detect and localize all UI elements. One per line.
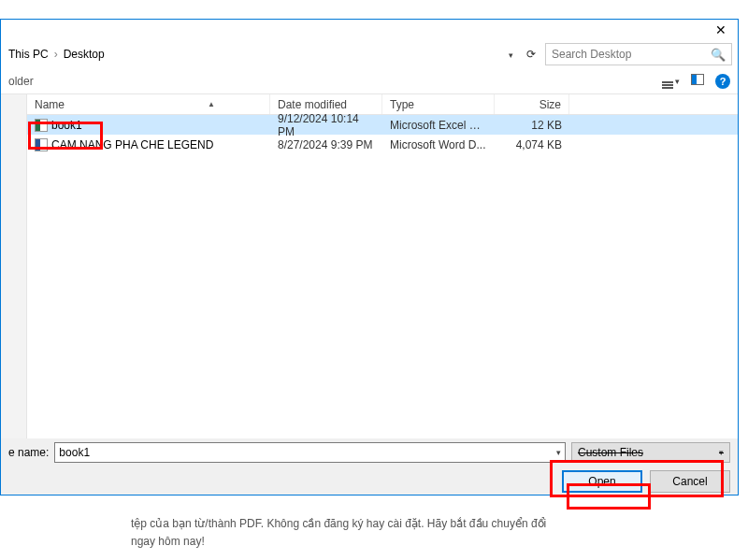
file-name: book1 xyxy=(51,119,82,132)
bottom-panel: e name: ▾ Custom Files ▾ Open Cancel xyxy=(1,438,738,495)
breadcrumb-this-pc[interactable]: This PC xyxy=(8,48,49,61)
address-bar: This PC › Desktop ▾ ⟳ 🔍 xyxy=(1,40,738,68)
close-button[interactable]: ✕ xyxy=(704,20,738,40)
cancel-button[interactable]: Cancel xyxy=(650,470,730,493)
breadcrumb-desktop[interactable]: Desktop xyxy=(64,48,105,61)
preview-pane-button[interactable] xyxy=(691,74,704,88)
file-list[interactable]: Name ▲ Date modified Type Size book1 9/1… xyxy=(27,94,738,445)
view-list-icon xyxy=(662,73,673,89)
file-date: 8/27/2024 9:39 PM xyxy=(270,138,382,151)
titlebar: ✕ xyxy=(1,20,738,40)
table-row[interactable]: CAM NANG PHA CHE LEGEND 8/27/2024 9:39 P… xyxy=(27,135,738,154)
content-area: Name ▲ Date modified Type Size book1 9/1… xyxy=(1,94,738,445)
filetype-label: Custom Files xyxy=(578,446,643,459)
file-name: CAM NANG PHA CHE LEGEND xyxy=(51,138,213,151)
header-size[interactable]: Size xyxy=(495,94,569,114)
header-type[interactable]: Type xyxy=(382,94,495,114)
header-name[interactable]: Name ▲ xyxy=(27,94,270,114)
search-input[interactable] xyxy=(552,48,711,61)
chevron-down-icon[interactable]: ▾ xyxy=(556,448,561,457)
address-history-dropdown[interactable]: ▾ xyxy=(504,48,517,61)
table-row[interactable]: book1 9/12/2024 10:14 PM Microsoft Excel… xyxy=(27,115,738,135)
view-mode-button[interactable]: ▾ xyxy=(662,73,680,89)
refresh-button[interactable]: ⟳ xyxy=(523,48,539,61)
header-name-label: Name xyxy=(35,98,65,111)
bg-line2: ngay hôm nay! xyxy=(131,533,739,551)
file-size: 4,074 KB xyxy=(495,138,569,151)
navigation-sidebar[interactable] xyxy=(1,94,27,445)
search-icon[interactable]: 🔍 xyxy=(711,48,726,62)
file-open-dialog: ✕ This PC › Desktop ▾ ⟳ 🔍 older ▾ xyxy=(0,19,739,495)
file-type: Microsoft Excel W... xyxy=(382,119,495,132)
bg-line1: tệp của bạn từ/thành PDF. Không cần đăng… xyxy=(131,515,739,533)
filename-label: e name: xyxy=(8,446,49,459)
breadcrumb-separator: › xyxy=(54,48,58,61)
excel-file-icon xyxy=(35,119,48,132)
column-headers: Name ▲ Date modified Type Size xyxy=(27,94,738,115)
background-page-text: tệp của bạn từ/thành PDF. Không cần đăng… xyxy=(131,515,739,551)
preview-pane-icon xyxy=(691,74,704,85)
file-size: 12 KB xyxy=(495,119,569,132)
sort-indicator-icon: ▲ xyxy=(208,100,215,108)
new-folder-label[interactable]: older xyxy=(8,75,34,88)
filetype-dropdown[interactable]: Custom Files ▾ xyxy=(571,442,730,463)
file-type: Microsoft Word D... xyxy=(382,138,495,151)
filename-input[interactable] xyxy=(59,446,556,459)
toolbar: older ▾ ? xyxy=(1,68,738,94)
file-date: 9/12/2024 10:14 PM xyxy=(270,112,382,138)
open-button[interactable]: Open xyxy=(562,470,642,493)
search-box[interactable]: 🔍 xyxy=(545,43,732,65)
help-icon[interactable]: ? xyxy=(715,74,730,89)
word-file-icon xyxy=(35,138,48,151)
breadcrumb[interactable]: This PC › Desktop xyxy=(7,48,105,61)
filename-combobox[interactable]: ▾ xyxy=(54,442,566,463)
chevron-down-icon[interactable]: ▾ xyxy=(719,448,724,457)
